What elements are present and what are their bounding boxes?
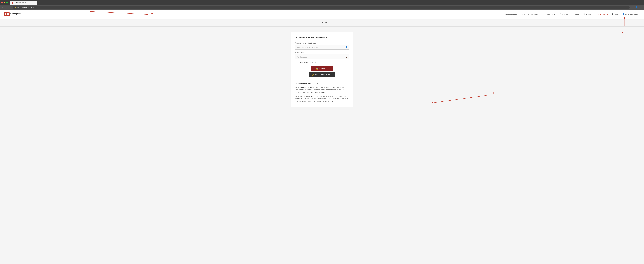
password-group: Mot de passe 🔒 [295,52,349,59]
forgot-button-wrapper: 🔑 Mot de passe oublié ? [295,72,349,77]
nav-actualites[interactable]: 📰 Actualités ▾ [582,13,596,16]
new-tab-button[interactable]: + [38,3,40,5]
nav-espace-label: Espace utilisateur [625,13,639,15]
password-input[interactable] [295,54,349,59]
url-display: apicrypt.org/connexion [17,7,34,9]
nav-contact[interactable]: 📱 Contact [610,13,621,16]
connexion-button-label: Connexion [319,67,328,70]
forward-button[interactable]: › [5,6,6,9]
logo[interactable]: API CRYPT® [4,12,21,16]
info-user-text: - Votre Numéro utilisateur est celui qui… [295,86,349,94]
browser-titlebar: A APICRYPT® – Connexion × + [0,0,644,5]
lock-icon: 🔒 [14,7,16,8]
page-title-bar: Connexion [0,19,644,27]
main-content: Je me connecte avec mon compte Numéro ou… [0,27,644,113]
active-tab[interactable]: A APICRYPT® – Connexion × [10,1,38,5]
messagerie-chevron: ▾ [524,14,525,15]
show-password-checkbox[interactable] [295,62,297,63]
browser-tabs: A APICRYPT® – Connexion × + [10,0,40,5]
nav-annuaire[interactable]: ☰ Annuaire [558,13,570,16]
forgot-password-button[interactable]: 🔑 Mot de passe oublié ? [309,72,335,77]
nav-actualites-label: Actualités [586,13,593,15]
nav-assistance-label: Assistance [600,13,608,15]
forgot-button-label: Mot de passe oublié ? [315,74,332,76]
tab-favicon: A [12,2,14,4]
show-password-label[interactable]: Voir mon mot de passe [298,62,316,63]
refresh-button[interactable]: ↻ [8,6,11,9]
close-button[interactable] [1,2,3,3]
nav-messagerie[interactable]: ✉ Messagerie APICRYPT® ▾ [502,13,526,16]
abonnement-icon: ↵ [545,13,546,15]
nav-abonnement[interactable]: ↵ Abonnement [543,13,558,16]
bookmark-button[interactable]: ☆ [631,6,634,9]
contact-icon: 📱 [611,13,613,15]
nav-annuaire-label: Annuaire [562,13,568,15]
profile-button[interactable]: 👤 [635,6,638,9]
forgot-key-icon: 🔑 [312,74,314,76]
browser-addressbar: ‹ › ↻ 🔒 apicrypt.org/connexion ☆ 👤 ⋮ [0,5,644,10]
info-title: Où trouver ces informations ? [295,83,349,84]
password-input-wrapper: 🔒 [295,54,349,59]
nav-messagerie-label: Messagerie APICRYPT® [505,13,524,15]
username-group: Numéro ou nom d'utilisateur 👤 [295,42,349,50]
password-label: Mot de passe [295,52,349,54]
traffic-lights [1,2,8,3]
solutions-icon: ✕ [528,13,530,15]
show-password-row: Voir mon mot de passe [295,62,349,63]
nav-abonnement-label: Abonnement [546,13,556,15]
info-section: Où trouver ces informations ? - Votre Nu… [295,80,349,103]
username-input-wrapper: 👤 [295,45,349,50]
connexion-lock-icon: 🔒 [316,67,318,70]
username-input[interactable] [295,45,349,50]
nav-societe[interactable]: ⊞ Société ▾ [570,13,582,16]
nav-assistance[interactable]: ✕ Assistance [596,13,609,16]
connexion-button[interactable]: 🔒 Connexion [312,66,332,71]
login-title: Je me connecte avec mon compte [295,36,349,39]
logo-crypt: CRYPT® [10,13,21,16]
tab-close-button[interactable]: × [34,2,36,4]
nav-contact-label: Contact [614,13,620,15]
messagerie-icon: ✉ [503,13,504,15]
nav-societe-label: Société [573,13,579,15]
back-button[interactable]: ‹ [2,6,3,9]
annuaire-icon: ☰ [560,13,561,15]
maximize-button[interactable] [6,2,8,3]
nav-solutions-label: Nos solutions [530,13,540,15]
page-title: Connexion [4,21,640,24]
actualites-chevron: ▾ [594,14,594,15]
nav-espace[interactable]: 👤 Espace utilisateur [621,13,640,16]
connexion-button-wrapper: 🔒 Connexion [295,66,349,71]
website: API CRYPT® ✉ Messagerie APICRYPT® ▾ ✕ No… [0,10,644,113]
lock-icon: 🔒 [346,56,348,58]
nav-solutions[interactable]: ✕ Nos solutions ▾ [527,13,543,16]
site-header: API CRYPT® ✉ Messagerie APICRYPT® ▾ ✕ No… [0,10,644,19]
espace-icon: 👤 [622,13,624,15]
site-nav: ✉ Messagerie APICRYPT® ▾ ✕ Nos solutions… [502,13,640,16]
assistance-icon: ✕ [598,13,599,15]
tab-title: APICRYPT® – Connexion [14,2,33,4]
solutions-chevron: ▾ [541,14,542,15]
browser-chrome: A APICRYPT® – Connexion × + ‹ › ↻ 🔒 apic… [0,0,644,10]
societe-chevron: ▾ [580,14,580,15]
menu-button[interactable]: ⋮ [640,6,642,9]
logo-api: API [4,12,10,16]
minimize-button[interactable] [4,2,5,3]
user-icon: 👤 [346,46,348,48]
info-password-text: - Votre mot de passe personnel est celui… [295,95,349,103]
address-bar[interactable]: 🔒 apicrypt.org/connexion [13,6,630,9]
actualites-icon: 📰 [584,13,585,15]
login-card: Je me connecte avec mon compte Numéro ou… [291,32,353,107]
browser-actions: ☆ 👤 ⋮ [631,6,642,9]
societe-icon: ⊞ [572,13,573,15]
username-label: Numéro ou nom d'utilisateur [295,42,349,44]
